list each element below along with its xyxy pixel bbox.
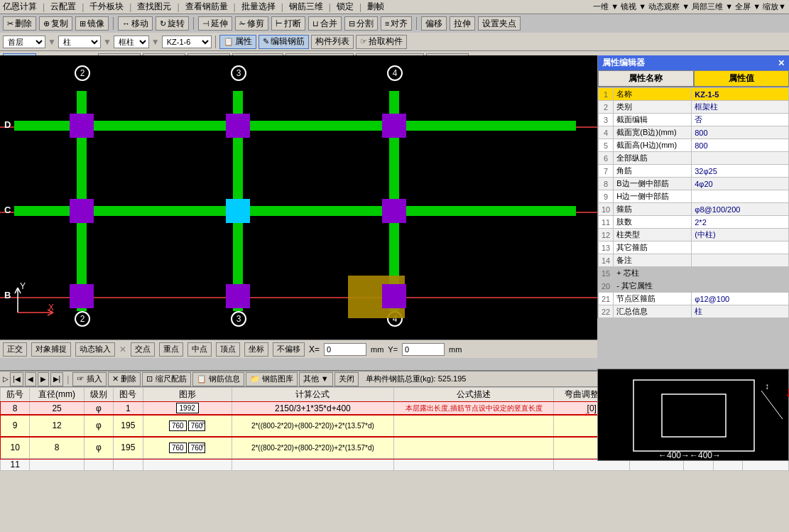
menu-item-sanjwei[interactable]: 钢筋三维 — [289, 1, 323, 13]
col-c3-selected[interactable] — [226, 199, 250, 223]
rebar-other-btn[interactable]: 其他 ▼ — [299, 372, 333, 386]
center-btn[interactable]: 中点 — [187, 342, 212, 357]
object-snap-btn[interactable]: 对象捕捉 — [31, 342, 71, 357]
mirror-button[interactable]: ⊞ 镜像 — [75, 16, 109, 31]
offset-button[interactable]: 偏移 — [421, 16, 447, 31]
prop-table: 1 名称 KZ-1-5 2 类别 框架柱 3 截面编辑 否 4 截面宽(B边)(… — [598, 87, 789, 318]
menu-item-shanjiao[interactable]: 删帧 — [367, 1, 384, 13]
menu-item-suoding[interactable]: 锁定 — [337, 1, 354, 13]
rebar-nav-next[interactable]: ▶ — [38, 372, 49, 386]
prop-row-8[interactable]: 8 B边一侧中部筋 4φ20 — [599, 178, 789, 190]
midpoint-btn[interactable]: 重点 — [159, 342, 183, 357]
floor-selector[interactable]: 首层 — [3, 36, 45, 48]
rebar-nav-prev[interactable]: ◀ — [25, 372, 36, 386]
sep4 — [215, 36, 216, 48]
toolbar-sep2: ▼ — [103, 37, 111, 47]
delete-button[interactable]: ✂ 删除 — [3, 16, 36, 31]
menu-separator4: | — [177, 2, 179, 12]
pick-element-button[interactable]: ☞ 拾取构件 — [356, 35, 407, 49]
prop-row-3[interactable]: 3 截面编辑 否 — [599, 114, 789, 126]
merge-button[interactable]: ⊔ 合并 — [308, 16, 342, 31]
orthogonal-btn[interactable]: 正交 — [3, 342, 27, 357]
menu-item-ganglie[interactable]: 查看钢筋量 — [185, 1, 228, 13]
prop-row-6[interactable]: 6 全部纵筋 — [599, 152, 789, 165]
prop-row-13[interactable]: 13 其它箍筋 — [599, 241, 789, 254]
rebar-nav-first[interactable]: |◀ — [10, 372, 23, 386]
rebar-close-btn[interactable]: 关闭 — [334, 372, 359, 386]
toolbar-row2: 首层 ▼ 柱 ▼ 框柱 ▼ KZ-1-6 📋 属性 ✎ 编辑钢筋 构件列表 ☞ … — [0, 33, 789, 51]
menu-item-chazha[interactable]: 查找图元 — [137, 1, 171, 13]
coordinate-btn[interactable]: 坐标 — [244, 342, 268, 357]
element-selector[interactable]: 框柱 — [114, 36, 149, 48]
rebar-library-btn[interactable]: 📁 钢筋图库 — [246, 372, 298, 386]
intersect-btn[interactable]: 交点 — [131, 342, 155, 357]
edit-rebar-button[interactable]: ✎ 编辑钢筋 — [259, 35, 309, 49]
cad-canvas[interactable]: D C B 2 3 4 2 3 4 Y X — [0, 55, 597, 340]
axis-2-circle-top: 2 — [75, 65, 90, 81]
move-button[interactable]: ↔ 移动 — [118, 16, 153, 31]
align-button[interactable]: ≡ 对齐 — [381, 16, 412, 31]
col-b3 — [226, 284, 250, 308]
sep2 — [193, 17, 194, 30]
menu-item-waiban[interactable]: 千外板块 — [89, 1, 124, 13]
prop-row-5[interactable]: 5 截面高(H边)(mm) 800 — [599, 139, 789, 152]
prop-title: 属性编辑器 ✕ — [598, 55, 789, 70]
toolbar-row1: ✂ 删除 ⊕ 复制 ⊞ 镜像 ↔ 移动 ↻ 旋转 ⊣ 延伸 ✁ 修剪 ⊢ 打断 … — [0, 14, 789, 33]
properties-button[interactable]: 📋 属性 — [219, 35, 256, 49]
rebar-scale-btn[interactable]: ⊡ 缩尺配筋 — [142, 372, 190, 386]
copy-button[interactable]: ⊕ 复制 — [39, 16, 72, 31]
prop-row-20[interactable]: 20 - 其它属性 — [599, 280, 789, 293]
view-controls[interactable]: 一维 ▼ 镜视 ▼ 动态观察 ▼ 局部三维 ▼ 全屏 ▼ 缩放▼ — [593, 1, 786, 12]
stretch-button[interactable]: 拉伸 — [450, 16, 475, 31]
menu-separator8: | — [359, 2, 361, 12]
prop-row-12[interactable]: 12 柱类型 (中柱) — [599, 229, 789, 241]
menu-separator2: | — [82, 2, 84, 12]
no-offset-btn[interactable]: 不偏移 — [273, 342, 305, 357]
prop-row-10[interactable]: 10 箍筋 φ8@100/200 — [599, 203, 789, 216]
col-d4 — [382, 114, 406, 138]
prop-close-btn[interactable]: ✕ — [778, 58, 785, 68]
prop-row-15[interactable]: 15 + 芯柱 — [599, 267, 789, 280]
coord-arrows: Y X — [14, 281, 57, 318]
prop-row-11[interactable]: 11 肢数 2*2 — [599, 216, 789, 229]
prop-row-14[interactable]: 14 备注 — [599, 254, 789, 267]
setpoint-button[interactable]: 设置夹点 — [478, 16, 521, 31]
rotate-button[interactable]: ↻ 旋转 — [156, 16, 189, 31]
mini-preview: ←400→←400→ ↕ ↓ — [597, 369, 789, 461]
element-list-button[interactable]: 构件列表 — [311, 35, 354, 49]
mm-label2: mm — [449, 345, 462, 354]
header-formula: 计算公式 — [232, 388, 393, 402]
rebar-nav-last[interactable]: ▶| — [50, 372, 64, 386]
axis-2-circle-bot: 2 — [75, 311, 90, 327]
rebar-info-btn[interactable]: 📋 钢筋信息 — [192, 372, 244, 386]
toolbar-sep: ▼ — [48, 37, 56, 47]
y-input[interactable] — [402, 343, 445, 356]
menu-item-piliang[interactable]: 批量选择 — [241, 1, 276, 13]
prop-row-7[interactable]: 7 角筋 32φ25 — [599, 165, 789, 178]
prop-row-2[interactable]: 2 类别 框架柱 — [599, 101, 789, 114]
trim-button[interactable]: ✁ 修剪 — [235, 16, 268, 31]
extend-button[interactable]: ⊣ 延伸 — [198, 16, 232, 31]
dynamic-input-btn[interactable]: 动态输入 — [75, 342, 115, 357]
menu-item-jisuanqi[interactable]: 亿恩计算 — [3, 1, 37, 13]
prop-row-22[interactable]: 22 汇总信息 柱 — [599, 305, 789, 318]
menu-item-yunpeizhia[interactable]: 云配置 — [50, 1, 76, 13]
prop-row-21[interactable]: 21 节点区箍筋 φ12@100 — [599, 293, 789, 305]
vertex-btn[interactable]: 顶点 — [216, 342, 240, 357]
element-id-selector[interactable]: KZ-1-6 — [162, 36, 212, 48]
menu-separator: | — [43, 2, 45, 12]
prop-row-4[interactable]: 4 截面宽(B边)(mm) 800 — [599, 126, 789, 139]
break-button[interactable]: ⊢ 打断 — [271, 16, 305, 31]
split-button[interactable]: ⊟ 分割 — [344, 16, 378, 31]
type-selector[interactable]: 柱 — [58, 36, 101, 48]
svg-rect-9 — [662, 394, 726, 437]
prop-col-name: 属性名称 — [598, 70, 694, 87]
prop-row-1[interactable]: 1 名称 KZ-1-5 — [599, 88, 789, 101]
rebar-insert-btn[interactable]: ☞ 插入 — [72, 372, 107, 386]
header-diameter: 直径(mm) — [30, 388, 84, 402]
axis-c-label: C — [4, 205, 11, 215]
prop-row-9[interactable]: 9 H边一侧中部筋 — [599, 190, 789, 203]
col-b2 — [70, 284, 94, 308]
x-input[interactable] — [324, 343, 366, 356]
rebar-delete-btn[interactable]: ✕ 删除 — [108, 372, 141, 386]
